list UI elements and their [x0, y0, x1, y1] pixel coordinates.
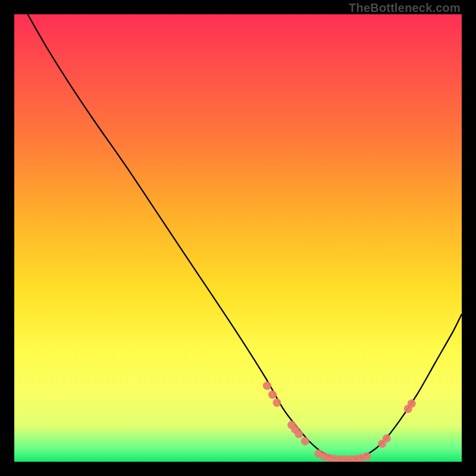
chart-plot-area [14, 14, 462, 462]
curve-marker [301, 437, 309, 445]
curve-markers [263, 381, 416, 462]
curve-marker [295, 430, 303, 438]
curve-marker [408, 399, 416, 408]
curve-marker [263, 381, 271, 390]
curve-marker [273, 399, 281, 407]
curve-marker [363, 452, 371, 461]
watermark-text: TheBottleneck.com [349, 1, 461, 15]
curve-marker [383, 434, 391, 443]
curve-line [28, 14, 462, 459]
curve-marker [268, 390, 277, 399]
chart-svg [14, 14, 462, 462]
